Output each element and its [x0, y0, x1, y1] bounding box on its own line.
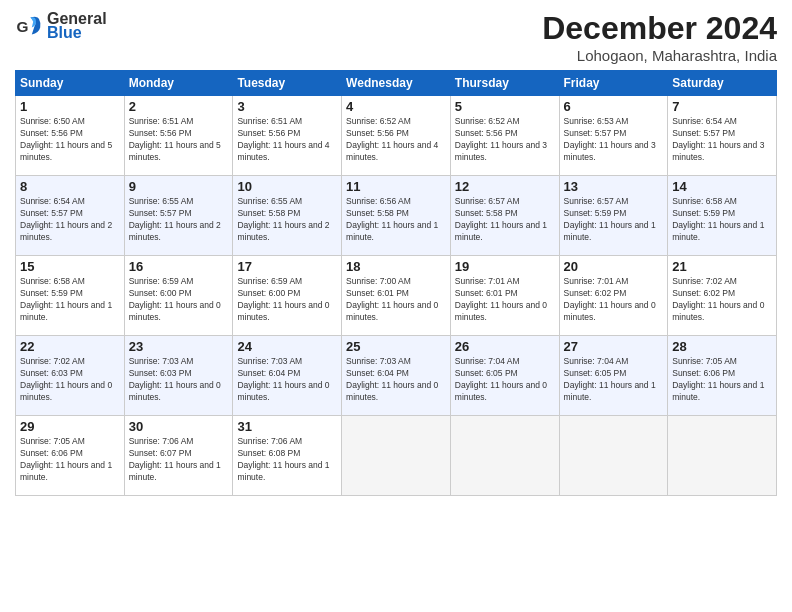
daylight-label: Daylight: 11 hours and 1 minute.: [564, 380, 656, 402]
sunrise-label: Sunrise: 7:05 AM: [20, 436, 85, 446]
sunset-label: Sunset: 6:02 PM: [672, 288, 735, 298]
day-number: 13: [564, 179, 664, 194]
table-row: [450, 416, 559, 496]
table-row: 16 Sunrise: 6:59 AM Sunset: 6:00 PM Dayl…: [124, 256, 233, 336]
day-info: Sunrise: 6:57 AM Sunset: 5:59 PM Dayligh…: [564, 196, 664, 244]
daylight-label: Daylight: 11 hours and 3 minutes.: [455, 140, 547, 162]
day-number: 17: [237, 259, 337, 274]
sunrise-label: Sunrise: 7:06 AM: [237, 436, 302, 446]
sunset-label: Sunset: 6:01 PM: [346, 288, 409, 298]
day-info: Sunrise: 6:55 AM Sunset: 5:57 PM Dayligh…: [129, 196, 229, 244]
table-row: 2 Sunrise: 6:51 AM Sunset: 5:56 PM Dayli…: [124, 96, 233, 176]
day-info: Sunrise: 6:50 AM Sunset: 5:56 PM Dayligh…: [20, 116, 120, 164]
sunrise-label: Sunrise: 6:55 AM: [237, 196, 302, 206]
sunrise-label: Sunrise: 7:00 AM: [346, 276, 411, 286]
table-row: 9 Sunrise: 6:55 AM Sunset: 5:57 PM Dayli…: [124, 176, 233, 256]
table-row: 3 Sunrise: 6:51 AM Sunset: 5:56 PM Dayli…: [233, 96, 342, 176]
sunrise-label: Sunrise: 7:04 AM: [564, 356, 629, 366]
sunset-label: Sunset: 5:59 PM: [20, 288, 83, 298]
sunset-label: Sunset: 5:56 PM: [237, 128, 300, 138]
day-info: Sunrise: 7:05 AM Sunset: 6:06 PM Dayligh…: [672, 356, 772, 404]
sunrise-label: Sunrise: 7:03 AM: [237, 356, 302, 366]
table-row: 15 Sunrise: 6:58 AM Sunset: 5:59 PM Dayl…: [16, 256, 125, 336]
daylight-label: Daylight: 11 hours and 0 minutes.: [129, 380, 221, 402]
sunrise-label: Sunrise: 6:52 AM: [455, 116, 520, 126]
daylight-label: Daylight: 11 hours and 3 minutes.: [564, 140, 656, 162]
table-row: 1 Sunrise: 6:50 AM Sunset: 5:56 PM Dayli…: [16, 96, 125, 176]
day-number: 24: [237, 339, 337, 354]
day-number: 22: [20, 339, 120, 354]
day-info: Sunrise: 7:03 AM Sunset: 6:04 PM Dayligh…: [346, 356, 446, 404]
month-title: December 2024: [542, 10, 777, 47]
table-row: [559, 416, 668, 496]
col-wednesday: Wednesday: [342, 71, 451, 96]
daylight-label: Daylight: 11 hours and 5 minutes.: [129, 140, 221, 162]
table-row: 25 Sunrise: 7:03 AM Sunset: 6:04 PM Dayl…: [342, 336, 451, 416]
daylight-label: Daylight: 11 hours and 2 minutes.: [20, 220, 112, 242]
location-title: Lohogaon, Maharashtra, India: [542, 47, 777, 64]
sunset-label: Sunset: 6:06 PM: [672, 368, 735, 378]
daylight-label: Daylight: 11 hours and 4 minutes.: [346, 140, 438, 162]
table-row: 29 Sunrise: 7:05 AM Sunset: 6:06 PM Dayl…: [16, 416, 125, 496]
table-row: [668, 416, 777, 496]
daylight-label: Daylight: 11 hours and 1 minute.: [20, 300, 112, 322]
day-info: Sunrise: 7:06 AM Sunset: 6:08 PM Dayligh…: [237, 436, 337, 484]
day-info: Sunrise: 6:52 AM Sunset: 5:56 PM Dayligh…: [346, 116, 446, 164]
sunrise-label: Sunrise: 7:02 AM: [20, 356, 85, 366]
table-row: 30 Sunrise: 7:06 AM Sunset: 6:07 PM Dayl…: [124, 416, 233, 496]
col-friday: Friday: [559, 71, 668, 96]
sunrise-label: Sunrise: 6:58 AM: [672, 196, 737, 206]
table-row: 13 Sunrise: 6:57 AM Sunset: 5:59 PM Dayl…: [559, 176, 668, 256]
daylight-label: Daylight: 11 hours and 0 minutes.: [564, 300, 656, 322]
day-number: 6: [564, 99, 664, 114]
daylight-label: Daylight: 11 hours and 2 minutes.: [237, 220, 329, 242]
sunset-label: Sunset: 6:00 PM: [129, 288, 192, 298]
page: G General Blue December 2024 Lohogaon, M…: [0, 0, 792, 612]
day-info: Sunrise: 6:52 AM Sunset: 5:56 PM Dayligh…: [455, 116, 555, 164]
table-row: 7 Sunrise: 6:54 AM Sunset: 5:57 PM Dayli…: [668, 96, 777, 176]
daylight-label: Daylight: 11 hours and 3 minutes.: [672, 140, 764, 162]
sunrise-label: Sunrise: 6:50 AM: [20, 116, 85, 126]
day-info: Sunrise: 7:06 AM Sunset: 6:07 PM Dayligh…: [129, 436, 229, 484]
day-number: 27: [564, 339, 664, 354]
calendar-header-row: Sunday Monday Tuesday Wednesday Thursday…: [16, 71, 777, 96]
sunset-label: Sunset: 6:03 PM: [20, 368, 83, 378]
day-info: Sunrise: 6:54 AM Sunset: 5:57 PM Dayligh…: [20, 196, 120, 244]
sunrise-label: Sunrise: 6:55 AM: [129, 196, 194, 206]
table-row: 19 Sunrise: 7:01 AM Sunset: 6:01 PM Dayl…: [450, 256, 559, 336]
day-info: Sunrise: 7:04 AM Sunset: 6:05 PM Dayligh…: [564, 356, 664, 404]
day-number: 14: [672, 179, 772, 194]
day-info: Sunrise: 7:05 AM Sunset: 6:06 PM Dayligh…: [20, 436, 120, 484]
day-number: 5: [455, 99, 555, 114]
sunset-label: Sunset: 6:04 PM: [237, 368, 300, 378]
day-info: Sunrise: 6:51 AM Sunset: 5:56 PM Dayligh…: [237, 116, 337, 164]
day-info: Sunrise: 6:53 AM Sunset: 5:57 PM Dayligh…: [564, 116, 664, 164]
day-number: 7: [672, 99, 772, 114]
header: G General Blue December 2024 Lohogaon, M…: [15, 10, 777, 64]
sunset-label: Sunset: 6:03 PM: [129, 368, 192, 378]
sunset-label: Sunset: 5:56 PM: [20, 128, 83, 138]
daylight-label: Daylight: 11 hours and 0 minutes.: [20, 380, 112, 402]
table-row: 22 Sunrise: 7:02 AM Sunset: 6:03 PM Dayl…: [16, 336, 125, 416]
table-row: 5 Sunrise: 6:52 AM Sunset: 5:56 PM Dayli…: [450, 96, 559, 176]
day-number: 3: [237, 99, 337, 114]
table-row: 14 Sunrise: 6:58 AM Sunset: 5:59 PM Dayl…: [668, 176, 777, 256]
sunrise-label: Sunrise: 6:57 AM: [564, 196, 629, 206]
sunset-label: Sunset: 5:59 PM: [564, 208, 627, 218]
table-row: 27 Sunrise: 7:04 AM Sunset: 6:05 PM Dayl…: [559, 336, 668, 416]
day-number: 25: [346, 339, 446, 354]
col-tuesday: Tuesday: [233, 71, 342, 96]
svg-text:G: G: [16, 18, 28, 35]
sunrise-label: Sunrise: 6:58 AM: [20, 276, 85, 286]
table-row: 17 Sunrise: 6:59 AM Sunset: 6:00 PM Dayl…: [233, 256, 342, 336]
day-number: 12: [455, 179, 555, 194]
daylight-label: Daylight: 11 hours and 0 minutes.: [672, 300, 764, 322]
daylight-label: Daylight: 11 hours and 1 minute.: [346, 220, 438, 242]
calendar: Sunday Monday Tuesday Wednesday Thursday…: [15, 70, 777, 496]
day-number: 21: [672, 259, 772, 274]
sunset-label: Sunset: 6:07 PM: [129, 448, 192, 458]
col-saturday: Saturday: [668, 71, 777, 96]
day-number: 8: [20, 179, 120, 194]
day-info: Sunrise: 7:00 AM Sunset: 6:01 PM Dayligh…: [346, 276, 446, 324]
day-number: 30: [129, 419, 229, 434]
